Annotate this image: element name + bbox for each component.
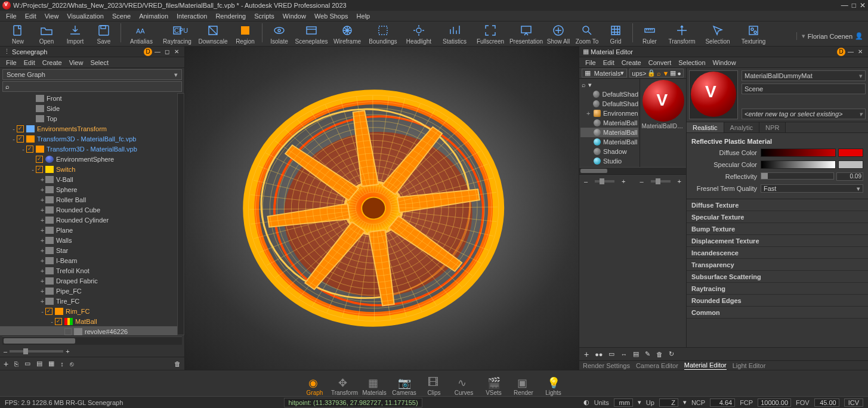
tree-node-rounded-cube[interactable]: +Rounded Cube <box>0 205 184 215</box>
scenegraph-search[interactable]: ⌕ <box>2 81 182 92</box>
tab-material-editor[interactable]: Material Editor <box>684 361 727 370</box>
trash-icon[interactable]: 🗑 <box>174 360 181 367</box>
tab-npr[interactable]: NPR <box>759 122 786 132</box>
tab-realistic[interactable]: Realistic <box>687 122 724 132</box>
zoom-in-icon[interactable]: + <box>678 178 681 185</box>
menu-edit[interactable]: Edit <box>25 13 36 20</box>
scenegraph-view-selector[interactable]: Scene Graph ▾ <box>2 69 182 80</box>
groups-selector[interactable]: ups> 🔒 ⌕ ▼ ▦ ● <box>629 69 684 78</box>
expand-toggle[interactable]: + <box>39 288 45 295</box>
toolbar-raytracing[interactable]: CPURaytracing <box>159 24 195 45</box>
chevron-down-icon[interactable]: ▾ <box>588 81 592 89</box>
zoom-in-icon[interactable]: + <box>66 348 69 355</box>
diffuse-color-gradient[interactable] <box>761 149 836 157</box>
chevron-down-icon[interactable]: ▾ <box>638 398 641 406</box>
material-item-defaultshad[interactable]: DefaultShad <box>580 99 638 109</box>
menu-scene[interactable]: Scene <box>112 13 131 20</box>
zoom-out-icon[interactable]: – <box>4 348 7 355</box>
tab-render-settings[interactable]: Render Settings <box>583 362 630 369</box>
expand-toggle[interactable]: + <box>39 257 45 264</box>
visibility-checkbox[interactable]: ✓ <box>17 125 24 132</box>
expand-toggle[interactable]: + <box>39 217 45 224</box>
menu-visualization[interactable]: Visualization <box>67 13 104 20</box>
menu-scripts[interactable]: Scripts <box>254 13 274 20</box>
toolbar-ruler[interactable]: Ruler <box>635 24 664 45</box>
tree-node-revolve-46226[interactable]: revolve#46226 <box>0 326 184 335</box>
menu-file[interactable]: File <box>6 13 17 20</box>
zoom-out-icon[interactable]: – <box>584 178 588 185</box>
accordion-incandescence[interactable]: Incandescence <box>687 247 868 259</box>
tree-node-environmentstransform[interactable]: -✓EnvironmentsTransform <box>0 123 184 134</box>
reflectivity-value[interactable]: 0.09 <box>836 172 863 181</box>
expand-toggle[interactable]: + <box>39 277 45 285</box>
toolbar-import[interactable]: Import <box>61 24 89 45</box>
tree-node-environmentsphere[interactable]: ✓EnvironmentSphere <box>0 154 184 164</box>
toolbar-sceneplates[interactable]: Sceneplates <box>294 24 329 45</box>
toolbar-save[interactable]: Save <box>89 24 118 45</box>
link-icon[interactable]: ⎋ <box>70 360 74 367</box>
menu-webshops[interactable]: Web Shops <box>314 13 348 20</box>
toolbar-headlight[interactable]: Headlight <box>401 24 437 45</box>
close-button[interactable]: ✕ <box>860 1 866 10</box>
fcp-value[interactable]: 10000.00 <box>758 398 791 407</box>
accordion-transparency[interactable]: Transparency <box>687 259 868 271</box>
stack-icon[interactable]: ▤ <box>633 350 639 358</box>
quickbar-curves[interactable]: ∿Curves <box>449 376 479 396</box>
expand-toggle[interactable]: - <box>20 146 26 153</box>
visibility-checkbox[interactable]: ✓ <box>36 156 43 163</box>
tab-light-editor[interactable]: Light Editor <box>733 362 766 369</box>
toolbar-selection[interactable]: Selection <box>700 24 736 45</box>
visibility-checkbox[interactable]: ✓ <box>36 166 43 173</box>
zoom-slider-2[interactable] <box>651 180 671 183</box>
material-item-environmen[interactable]: +Environmen <box>580 109 638 118</box>
toolbar-grid[interactable]: Grid <box>601 24 630 45</box>
expand-toggle[interactable]: + <box>39 267 45 274</box>
quickbar-graph[interactable]: ◉Graph <box>300 376 330 396</box>
tree-node-v-ball[interactable]: +V-Ball <box>0 174 184 184</box>
tree-node-i-beam[interactable]: +I-Beam <box>0 255 184 265</box>
expand-toggle[interactable]: - <box>11 125 17 132</box>
sg-menu-select[interactable]: Select <box>90 59 109 66</box>
zoom-slider[interactable] <box>10 350 63 353</box>
quickbar-lights[interactable]: 💡Lights <box>539 376 569 396</box>
visibility-checkbox[interactable] <box>64 328 72 335</box>
toolbar-texturing[interactable]: Texturing <box>736 24 771 45</box>
material-large-preview[interactable] <box>689 70 738 119</box>
specular-color-gradient[interactable] <box>761 160 836 169</box>
group-icon[interactable]: ▭ <box>24 360 30 367</box>
tree-node-pipe-fc[interactable]: +Pipe_FC <box>0 286 184 296</box>
sg-menu-view[interactable]: View <box>69 59 84 66</box>
folder-icon[interactable]: ▭ <box>608 350 614 358</box>
tree-node-star[interactable]: +Star <box>0 245 184 255</box>
me-menu-file[interactable]: File <box>585 59 596 66</box>
quickbar-clips[interactable]: 🎞Clips <box>419 376 449 396</box>
expand-toggle[interactable]: - <box>30 166 36 173</box>
tree-node-side[interactable]: Side <box>0 103 184 113</box>
user-chip[interactable]: ▾ Florian Coenen 👤 <box>796 32 863 40</box>
expand-toggle[interactable]: + <box>39 176 45 183</box>
toolbar-fullscreen[interactable]: Fullscreen <box>472 24 508 45</box>
tree-node-matball[interactable]: -✓MatBall <box>0 316 184 326</box>
sg-menu-create[interactable]: Create <box>42 59 62 66</box>
search-icon[interactable]: ⌕ <box>582 81 586 88</box>
toolbar-new[interactable]: New <box>4 24 32 45</box>
expand-toggle[interactable]: + <box>39 298 45 305</box>
alert-icon[interactable]: D <box>837 48 845 56</box>
visibility-checkbox[interactable]: ✓ <box>17 135 24 143</box>
quickbar-transform[interactable]: ✥Transform <box>330 376 360 396</box>
material-item-shadow[interactable]: Shadow <box>580 147 638 156</box>
quickbar-vsets[interactable]: 🎬VSets <box>479 376 509 396</box>
expand-toggle[interactable]: + <box>39 196 45 203</box>
tree-node-top[interactable]: Top <box>0 113 184 123</box>
viewport-3d[interactable] <box>185 47 579 370</box>
scrollbar-vertical[interactable] <box>177 93 184 335</box>
material-name-field[interactable]: MaterialBallDummyMat▾ <box>742 70 866 81</box>
expand-icon[interactable]: ↕ <box>60 360 64 367</box>
toolbar-open[interactable]: Open <box>32 24 61 45</box>
accordion-diffuse-texture[interactable]: Diffuse Texture <box>687 199 868 211</box>
material-item-studio[interactable]: Studio <box>580 156 638 166</box>
quickbar-cameras[interactable]: 📷Cameras <box>390 376 419 396</box>
accordion-displacement-texture[interactable]: Displacement Texture <box>687 235 868 247</box>
toolbar-presentation[interactable]: Presentation <box>508 24 544 45</box>
menu-window[interactable]: Window <box>283 13 306 20</box>
